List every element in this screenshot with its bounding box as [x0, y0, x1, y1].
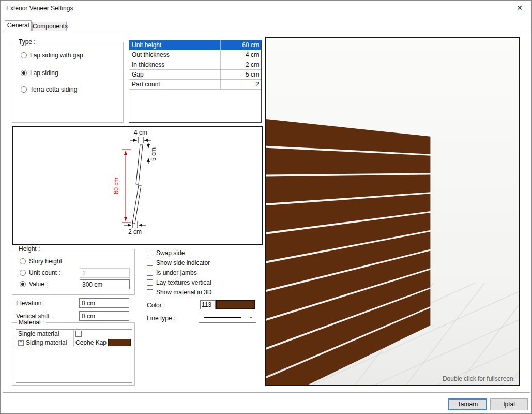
- property-value: 5 cm: [220, 70, 261, 79]
- material-value: Cephe Kap: [75, 339, 107, 346]
- dim-top-label: 4 cm: [134, 129, 147, 136]
- tab-general[interactable]: General: [5, 20, 32, 31]
- line-type-label: Line type :: [147, 315, 175, 322]
- property-name: Part count: [129, 81, 220, 88]
- type-group: Type : Lap siding with gap Lap siding Te…: [12, 42, 124, 123]
- material-row-single[interactable]: Single material: [16, 330, 132, 338]
- window-title: Exterior Veneer Settings: [6, 5, 73, 12]
- checkbox-is-under-jambs[interactable]: Is under jambs: [147, 269, 197, 277]
- checkbox-lay-textures-vertical[interactable]: Lay textures vertical: [147, 279, 211, 287]
- color-value: 113: [202, 301, 211, 308]
- checkbox-icon[interactable]: [75, 331, 82, 337]
- checkbox-icon: [147, 279, 153, 286]
- radio-icon: [20, 258, 26, 264]
- radio-icon: [20, 270, 26, 276]
- height-value-input[interactable]: [80, 279, 130, 289]
- line-sample: [204, 317, 241, 318]
- color-swatch[interactable]: [216, 300, 255, 309]
- checkbox-icon: [147, 260, 153, 266]
- radio-terra-cotta-siding[interactable]: Terra cotta siding: [21, 86, 77, 94]
- material-color-swatch[interactable]: [108, 339, 131, 346]
- radio-icon: [21, 86, 27, 93]
- color-value-input[interactable]: 113: [200, 300, 216, 309]
- dim-gap-label: 5 cm: [150, 147, 157, 161]
- property-value: 60 cm: [220, 40, 261, 50]
- height-group-label: Height :: [17, 245, 42, 253]
- radio-story-height[interactable]: Story height: [20, 258, 62, 266]
- radio-label: Lap siding: [30, 69, 58, 77]
- material-name: Siding material: [26, 339, 67, 346]
- material-name: Single material: [16, 330, 74, 338]
- unit-count-input[interactable]: [80, 268, 130, 278]
- radio-label: Unit count :: [29, 269, 60, 276]
- properties-table: Unit height 60 cm Out thickness 4 cm In …: [129, 40, 262, 123]
- preview-canvas: [266, 38, 519, 385]
- tab-components[interactable]: Components: [32, 22, 67, 31]
- radio-label: Story height: [29, 258, 62, 265]
- dialog-exterior-veneer-settings: Exterior Veneer Settings ✕ General Compo…: [0, 0, 532, 414]
- radio-lap-siding-with-gap[interactable]: Lap siding with gap: [21, 52, 83, 60]
- property-name: Out thickness: [129, 51, 220, 58]
- elevation-label: Elevation :: [16, 300, 45, 307]
- text-caret: [212, 302, 212, 308]
- title-bar: Exterior Veneer Settings ✕: [1, 1, 531, 16]
- close-icon[interactable]: ✕: [514, 4, 525, 13]
- checkbox-show-side-indicator[interactable]: Show side indicator: [147, 259, 210, 268]
- section-diagram-canvas: 4 cm 5 cm 60 cm 2 cm: [13, 127, 262, 244]
- radio-icon: [21, 52, 27, 58]
- elevation-input[interactable]: [79, 298, 129, 308]
- profile-board-top: [136, 145, 143, 184]
- checkbox-icon: [147, 289, 153, 295]
- ok-button[interactable]: Tamam: [448, 398, 487, 410]
- checkbox-show-material-in-3d[interactable]: Show material in 3D: [147, 289, 211, 297]
- checkbox-icon: [147, 250, 153, 256]
- radio-label: Terra cotta siding: [30, 86, 77, 93]
- checkbox-label: Show side indicator: [156, 259, 210, 267]
- section-diagram: 4 cm 5 cm 60 cm 2 cm: [12, 126, 263, 245]
- radio-value[interactable]: Value :: [20, 280, 48, 289]
- property-row-gap[interactable]: Gap 5 cm: [129, 70, 261, 80]
- dim-bottom-label: 2 cm: [128, 228, 142, 235]
- radio-label: Value :: [29, 280, 48, 288]
- property-row-part-count[interactable]: Part count 2: [129, 80, 261, 90]
- property-name: Unit height: [129, 41, 220, 49]
- radio-selected-icon: [20, 281, 26, 287]
- material-table: Single material +Siding material Cephe K…: [16, 329, 132, 383]
- chevron-down-icon: ⌄: [248, 313, 253, 320]
- expand-icon[interactable]: +: [18, 340, 24, 346]
- checkbox-label: Is under jambs: [156, 269, 197, 276]
- height-group: Height : Story height Unit count : Value…: [12, 249, 135, 295]
- checkbox-label: Swap side: [156, 249, 185, 257]
- radio-lap-siding[interactable]: Lap siding: [21, 69, 58, 78]
- property-value: 4 cm: [220, 50, 261, 60]
- type-group-label: Type :: [17, 38, 38, 46]
- color-label: Color :: [147, 302, 165, 309]
- property-name: Gap: [129, 71, 220, 78]
- profile-board-bottom: [132, 185, 141, 224]
- property-name: In thickness: [129, 61, 220, 68]
- material-row-siding[interactable]: +Siding material Cephe Kap: [16, 338, 132, 347]
- radio-unit-count[interactable]: Unit count :: [20, 269, 60, 277]
- cancel-button[interactable]: İptal: [490, 398, 528, 410]
- fullscreen-hint: Double click for fullscreen.: [443, 375, 515, 382]
- radio-selected-icon: [21, 70, 27, 76]
- dim-height-label: 60 cm: [113, 178, 120, 195]
- checkbox-swap-side[interactable]: Swap side: [147, 249, 185, 258]
- preview-3d[interactable]: Double click for fullscreen.: [265, 37, 520, 386]
- material-group: Material : Single material +Siding mater…: [12, 322, 135, 386]
- checkbox-label: Show material in 3D: [156, 289, 211, 296]
- line-type-select[interactable]: ⌄: [199, 312, 256, 323]
- checkbox-label: Lay textures vertical: [156, 279, 211, 286]
- vertical-shift-input[interactable]: [79, 311, 129, 321]
- property-row-in-thickness[interactable]: In thickness 2 cm: [129, 60, 261, 70]
- property-row-out-thickness[interactable]: Out thickness 4 cm: [129, 50, 261, 60]
- material-group-label: Material :: [17, 319, 46, 326]
- property-row-unit-height[interactable]: Unit height 60 cm: [129, 40, 261, 50]
- property-value: 2 cm: [220, 60, 261, 69]
- checkbox-icon: [147, 270, 153, 276]
- radio-label: Lap siding with gap: [30, 52, 83, 59]
- property-value: 2: [220, 80, 261, 89]
